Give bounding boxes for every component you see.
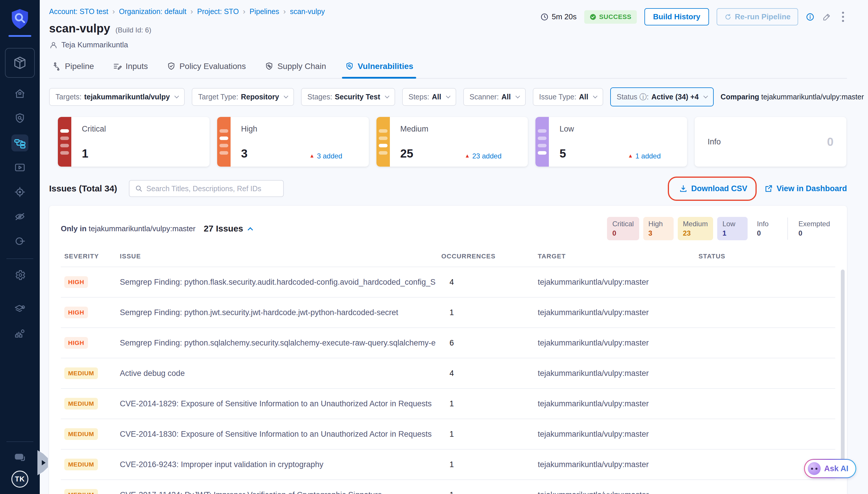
chevron-down-icon bbox=[385, 94, 389, 98]
chips-divider bbox=[787, 217, 788, 240]
tab-pipeline[interactable]: Pipeline bbox=[51, 57, 95, 78]
target-value: tejakummarikuntla/vulpy:master bbox=[532, 491, 693, 494]
success-check-icon bbox=[590, 14, 597, 20]
sidebar-item-pipelines[interactable] bbox=[12, 134, 28, 151]
tab-inputs[interactable]: Inputs bbox=[112, 57, 149, 78]
breadcrumb-item[interactable]: Account: STO test bbox=[49, 7, 108, 16]
card-label: Critical bbox=[82, 125, 199, 134]
issue-title: Semgrep Finding: python.flask.security.a… bbox=[120, 278, 436, 287]
table-row[interactable]: MEDIUM CVE-2014-1830: Exposure of Sensit… bbox=[61, 419, 835, 450]
sidebar-item-targets[interactable] bbox=[12, 184, 28, 201]
severity-card-info[interactable]: Info 0 bbox=[695, 117, 846, 167]
filter-scanner[interactable]: Scanner:All bbox=[463, 88, 526, 106]
card-count: 25 bbox=[400, 147, 413, 160]
table-row[interactable]: MEDIUM CVE-2016-9243: Improper input val… bbox=[61, 450, 835, 480]
view-in-dashboard-button[interactable]: View in Dashboard bbox=[764, 184, 847, 193]
severity-cards: Critical 1 ▲ High 3 ▲3 added bbox=[49, 117, 847, 167]
chip-exempted[interactable]: Exempted0 bbox=[793, 217, 835, 240]
breadcrumb-item[interactable]: Project: STO bbox=[197, 7, 239, 16]
inputs-icon bbox=[113, 62, 122, 71]
sidebar-item-exemptions[interactable] bbox=[12, 208, 28, 225]
chevron-down-icon bbox=[515, 94, 520, 98]
sidebar-item-getting-started[interactable] bbox=[12, 233, 28, 250]
main-content: Account: STO test›Organization: default›… bbox=[40, 0, 868, 494]
target-value: tejakummarikuntla/vulpy:master bbox=[532, 460, 693, 469]
ask-ai-button[interactable]: Ask AI bbox=[804, 459, 856, 478]
module-selector-button[interactable] bbox=[5, 48, 35, 78]
filter-targets[interactable]: Targets:tejakummarikuntla/vulpy bbox=[49, 88, 185, 106]
breadcrumb-separator: › bbox=[112, 7, 115, 16]
chip-critical[interactable]: Critical0 bbox=[607, 217, 639, 240]
info-icon[interactable] bbox=[806, 13, 814, 21]
sidebar-bottom-divider bbox=[6, 441, 33, 442]
table-row[interactable]: HIGH Semgrep Finding: python.jwt.securit… bbox=[61, 298, 835, 328]
search-icon bbox=[135, 185, 143, 193]
sidebar-item-ticket-settings[interactable] bbox=[12, 325, 28, 342]
card-label: Low bbox=[559, 125, 677, 134]
severity-card-low[interactable]: Low 5 ▲1 added bbox=[535, 117, 687, 167]
severity-card-medium[interactable]: Medium 25 ▲23 added bbox=[377, 117, 528, 167]
filter-status[interactable]: Status ⓘ:Active (34) +4 bbox=[610, 88, 714, 107]
table-row[interactable]: HIGH Semgrep Finding: python.sqlalchemy.… bbox=[61, 328, 835, 358]
sidebar-item-home[interactable] bbox=[12, 86, 28, 102]
severity-card-critical[interactable]: Critical 1 ▲ bbox=[58, 117, 210, 167]
chip-medium[interactable]: Medium23 bbox=[678, 217, 713, 240]
build-tabs: Pipeline Inputs Policy Evaluations Suppl… bbox=[49, 57, 847, 79]
filter-target-type[interactable]: Target Type:Repository bbox=[192, 88, 294, 106]
external-link-icon bbox=[764, 184, 773, 193]
sidebar-divider bbox=[6, 259, 33, 259]
breadcrumb-item[interactable]: Pipelines bbox=[250, 7, 279, 16]
occurrences-value: 1 bbox=[436, 430, 532, 439]
chip-info[interactable]: Info0 bbox=[752, 217, 782, 240]
occurrences-value: 1 bbox=[436, 308, 532, 317]
chip-high[interactable]: High3 bbox=[643, 217, 674, 240]
filter-issue-type[interactable]: Issue Type:All bbox=[533, 88, 603, 106]
sidebar-item-overview[interactable] bbox=[12, 110, 28, 127]
sidebar-item-executions[interactable] bbox=[12, 159, 28, 176]
filter-steps[interactable]: Steps:All bbox=[402, 88, 456, 106]
user-icon bbox=[49, 41, 58, 50]
severity-badge: MEDIUM bbox=[64, 367, 98, 379]
target-value: tejakummarikuntla/vulpy:master bbox=[532, 339, 693, 347]
table-row[interactable]: MEDIUM Active debug code 4 tejakummariku… bbox=[61, 358, 835, 389]
sidebar-item-settings[interactable] bbox=[12, 267, 28, 284]
issue-title: CVE-2014-1829: Exposure of Sensitive Inf… bbox=[120, 399, 436, 408]
group-label: Only in tejakummarikuntla/vulpy:master bbox=[61, 224, 195, 233]
severity-badge: HIGH bbox=[64, 307, 88, 318]
chevron-down-icon bbox=[174, 94, 179, 98]
tab-supply-chain[interactable]: Supply Chain bbox=[263, 57, 327, 78]
sidebar-item-default-settings[interactable] bbox=[12, 301, 28, 318]
chip-low[interactable]: Low1 bbox=[717, 217, 748, 240]
build-history-button[interactable]: Build History bbox=[644, 8, 709, 25]
table-row[interactable]: HIGH Semgrep Finding: python.flask.secur… bbox=[61, 267, 835, 298]
severity-card-high[interactable]: High 3 ▲3 added bbox=[217, 117, 369, 167]
issue-title: Semgrep Finding: python.jwt.security.jwt… bbox=[120, 308, 436, 317]
sto-logo-icon bbox=[8, 7, 31, 31]
rerun-pipeline-button[interactable]: Re-run Pipeline bbox=[717, 8, 798, 25]
chevron-down-icon bbox=[703, 94, 708, 98]
page-title: scan-vulpy bbox=[49, 22, 110, 35]
card-label: Medium bbox=[400, 125, 518, 134]
breadcrumb-item[interactable]: Organization: default bbox=[119, 7, 187, 16]
tab-policy-evaluations[interactable]: Policy Evaluations bbox=[166, 57, 247, 78]
collapse-group-chevron-icon[interactable] bbox=[248, 227, 253, 232]
edit-pipeline-icon[interactable] bbox=[822, 12, 831, 22]
download-csv-button[interactable]: Download CSV bbox=[679, 184, 747, 193]
table-row[interactable]: MEDIUM CVE-2017-11424: PyJWT: Improper V… bbox=[61, 480, 835, 494]
user-avatar[interactable]: TK bbox=[12, 471, 28, 488]
filter-stages[interactable]: Stages:Security Test bbox=[301, 88, 395, 106]
more-options-icon[interactable] bbox=[839, 11, 847, 23]
severity-chips: Critical0 High3 Medium23 Low1 Info0 Exem… bbox=[607, 217, 835, 240]
occurrences-value: 4 bbox=[436, 278, 532, 287]
issues-search[interactable] bbox=[129, 180, 284, 197]
issue-title: Semgrep Finding: python.sqlalchemy.secur… bbox=[120, 339, 436, 347]
search-input[interactable] bbox=[147, 185, 278, 193]
build-id-label: (Build Id: 6) bbox=[115, 26, 151, 34]
card-label: Info bbox=[708, 137, 721, 147]
tab-vulnerabilities[interactable]: Vulnerabilities bbox=[344, 57, 414, 78]
help-chat-icon[interactable]: ? bbox=[12, 450, 28, 467]
table-scrollbar[interactable] bbox=[841, 269, 845, 476]
breadcrumb-item[interactable]: scan-vulpy bbox=[290, 7, 325, 16]
issues-header: Issues (Total 34) Download CSV bbox=[49, 180, 847, 197]
table-row[interactable]: MEDIUM CVE-2014-1829: Exposure of Sensit… bbox=[61, 389, 835, 419]
